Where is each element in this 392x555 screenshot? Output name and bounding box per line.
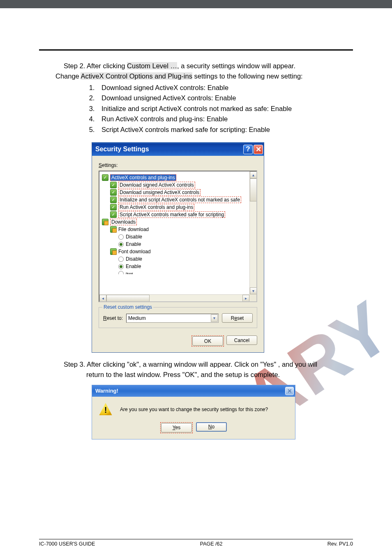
tree-item-font-download[interactable]: Font download (102, 248, 248, 255)
footer-left: IC-7000 USER'S GUIDE (39, 541, 95, 547)
vertical-scrollbar[interactable]: ▴ ▾ (249, 171, 256, 294)
tree-item-dl-signed[interactable]: Download signed ActiveX controls (102, 181, 248, 189)
step2-prefix: Step 2. After clicking (64, 62, 127, 69)
close-button[interactable]: ✕ (254, 145, 263, 154)
list-item: Download unsigned ActiveX controls: Enab… (97, 93, 353, 104)
radio-checked-icon[interactable] (118, 264, 124, 269)
step3-line2: return to the last window. Press "OK", a… (86, 370, 349, 380)
step2-text-line2: Change ActiveX Control Options and Plug-… (55, 71, 349, 81)
cancel-button[interactable]: Cancel (226, 335, 257, 345)
step2-btn: Custom Level … (127, 62, 177, 69)
activex-icon (110, 211, 117, 218)
scroll-thumb[interactable] (106, 295, 150, 302)
ok-highlight: OK (191, 335, 224, 347)
step3-text: Step 3. After clicking "ok", a warning w… (64, 359, 349, 380)
warning-title: Warning! (95, 388, 285, 394)
step2-l2-suffix: settings to the following new setting: (192, 72, 303, 80)
tree-item-script-safe[interactable]: Script ActiveX controls marked safe for … (102, 211, 248, 218)
scroll-right-icon[interactable]: ▸ (242, 295, 249, 302)
tree-item-dl-unsigned[interactable]: Download unsigned ActiveX controls (102, 189, 248, 196)
reset-fieldset: Reset custom settings Reset to: Medium ▾… (99, 307, 257, 328)
reset-level-combo[interactable]: Medium ▾ (126, 314, 219, 323)
tree-label: File download (118, 227, 149, 232)
reset-btn-s: set (237, 315, 244, 321)
ok-button[interactable]: OK (192, 336, 223, 346)
reset-to-label: Reset to: (103, 315, 123, 321)
settings-accel: S (99, 162, 102, 168)
reset-button[interactable]: Reset (222, 313, 253, 323)
radio-icon[interactable] (118, 257, 124, 262)
settings-label: Settings: (99, 162, 257, 168)
radio-checked-icon[interactable] (118, 242, 124, 247)
settings-tree-pane[interactable]: ActiveX controls and plug-ins Download s… (99, 171, 257, 302)
footer-rule (39, 539, 353, 539)
tree-label: Download signed ActiveX controls (118, 182, 195, 188)
tree-label: Script ActiveX controls marked safe for … (118, 211, 225, 218)
tree-item-file-download[interactable]: File download (102, 226, 248, 233)
tree-downloads-group[interactable]: Downloads (102, 218, 248, 226)
tree-activex-group[interactable]: ActiveX controls and plug-ins (102, 174, 248, 181)
scroll-thumb[interactable] (250, 178, 257, 201)
page-footer: IC-7000 USER'S GUIDE PAGE /62 Rev. PV1.0 (39, 539, 353, 547)
activex-icon (110, 204, 117, 210)
step3-line1: Step 3. After clicking "ok", a warning w… (64, 359, 349, 370)
list-item: Script ActiveX controls marked safe for … (97, 125, 353, 135)
warning-titlebar[interactable]: Warning! ✕ (92, 385, 295, 397)
list-item: Download signed ActiveX controls: Enable (97, 83, 353, 93)
scroll-up-icon[interactable]: ▴ (250, 171, 257, 178)
reset-rest: eset to: (107, 315, 123, 321)
tree-label: Downloads (110, 219, 137, 225)
footer-center: PAGE /62 (200, 541, 223, 547)
dialog-title: Security Settings (95, 146, 242, 153)
no-rest: o (212, 424, 214, 430)
fieldset-label: Reset custom settings (102, 304, 153, 310)
tree-radio-enable[interactable]: Enable (102, 263, 248, 270)
warning-icon (99, 402, 113, 416)
step2-l2-prefix: Change (55, 72, 81, 80)
help-button[interactable]: ? (243, 145, 253, 154)
yes-rest: es (175, 425, 181, 430)
yes-accel: Y (173, 425, 175, 430)
step2-text-line1: Step 2. After clicking Custom Level …, a… (64, 61, 349, 71)
tree-label: Disable (126, 234, 142, 240)
tree-radio-disable[interactable]: Disable (102, 233, 248, 240)
tree-item-init-script[interactable]: Initialize and script ActiveX controls n… (102, 196, 248, 204)
step2-suffix: , a security settings window will appear… (177, 62, 295, 69)
tree-label: Disable (126, 256, 142, 262)
scroll-left-icon[interactable]: ◂ (99, 295, 106, 302)
reset-accel: R (103, 315, 107, 321)
tree-radio-prompt-cut[interactable]: Prompt (102, 270, 248, 274)
list-item: Initialize and script ActiveX controls n… (97, 104, 353, 114)
close-button[interactable]: ✕ (285, 387, 294, 395)
tree-item-run[interactable]: Run ActiveX controls and plug-ins (102, 204, 248, 211)
tree-label: Font download (118, 249, 151, 254)
yes-button[interactable]: Yes (161, 423, 192, 432)
download-icon (110, 248, 117, 255)
scroll-corner (249, 294, 256, 301)
radio-icon[interactable] (118, 234, 124, 240)
scroll-down-icon[interactable]: ▾ (250, 287, 257, 294)
warning-message: Are you sure you want to change the secu… (120, 407, 268, 412)
chevron-down-icon[interactable]: ▾ (211, 314, 218, 322)
list-item: Run ActiveX controls and plug-ins: Enabl… (97, 114, 353, 125)
change-list: Download signed ActiveX controls: Enable… (97, 83, 353, 135)
tree-radio-enable[interactable]: Enable (102, 240, 248, 248)
tree-label: Run ActiveX controls and plug-ins (118, 204, 194, 210)
yes-highlight: Yes (160, 422, 193, 433)
tree-label: Initialize and script ActiveX controls n… (118, 197, 241, 203)
download-icon (110, 226, 117, 233)
dialog-titlebar[interactable]: Security Settings ? ✕ (92, 143, 264, 156)
settings-rest: ettings: (102, 162, 118, 168)
radio-icon[interactable] (118, 271, 124, 275)
footer-right: Rev. PV1.0 (327, 541, 353, 547)
tree-label: Enable (126, 264, 141, 269)
step2-l2-mid: ActiveX Control Options and Plug-ins (81, 72, 192, 80)
download-group-icon (102, 219, 108, 225)
horizontal-scrollbar[interactable]: ◂ ▸ (99, 294, 249, 301)
no-button[interactable]: No (196, 422, 227, 432)
tree-radio-disable[interactable]: Disable (102, 255, 248, 263)
tree-label: Download unsigned ActiveX controls (118, 189, 201, 196)
security-settings-dialog: Security Settings ? ✕ Settings: ActiveX … (92, 142, 264, 353)
activex-icon (110, 197, 117, 203)
activex-icon (102, 174, 108, 181)
